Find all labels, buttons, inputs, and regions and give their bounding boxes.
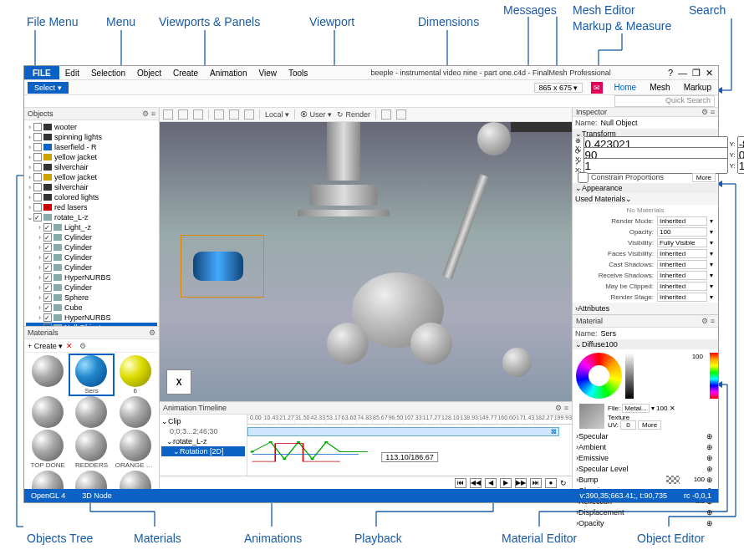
material-channel-row[interactable]: › Bump100⊕ — [573, 474, 718, 485]
menu-view[interactable]: View — [252, 69, 283, 78]
tool-icon[interactable] — [229, 109, 239, 120]
timeline-graph[interactable]: 0.0010.4321.2731.5042.3353.1763.6074.838… — [247, 415, 572, 476]
material-swatch[interactable]: REDDERS — [70, 430, 112, 469]
color-wheel[interactable] — [576, 353, 622, 399]
tab-markup[interactable]: Markup — [677, 83, 718, 92]
chevron-down-icon[interactable]: ⌄ — [625, 195, 632, 203]
tool-icon[interactable] — [381, 109, 391, 120]
step-back-button[interactable]: ◀ — [485, 478, 497, 488]
menu-create[interactable]: Create — [167, 69, 204, 78]
loop-icon[interactable]: ↻ — [560, 479, 567, 487]
menu-selection[interactable]: Selection — [85, 69, 131, 78]
gear-icon[interactable]: ⚙ — [79, 342, 86, 350]
value-slider[interactable] — [625, 353, 634, 399]
object-name[interactable]: Null Object — [601, 119, 638, 127]
menu-tools[interactable]: Tools — [283, 69, 313, 78]
gear-icon[interactable]: ⚙ — [149, 328, 155, 337]
menu-object[interactable]: Object — [131, 69, 167, 78]
tree-row[interactable]: ›Cylinder — [26, 252, 157, 262]
coord-mode-dropdown[interactable]: Local ▾ — [265, 110, 289, 119]
tree-row[interactable]: ›Cylinder — [26, 262, 157, 272]
tool-icon[interactable] — [214, 109, 224, 120]
gear-icon[interactable]: ⚙ ≡ — [142, 109, 155, 118]
record-button[interactable]: ● — [545, 478, 557, 488]
material-swatch[interactable]: Sers — [70, 355, 112, 395]
material-swatch[interactable] — [27, 396, 69, 428]
uv-input[interactable]: 0 — [620, 420, 635, 430]
tab-mesh[interactable]: Mesh — [643, 83, 676, 92]
tree-row[interactable]: ›Sphere — [26, 293, 157, 303]
play-button[interactable]: ▶ — [500, 478, 512, 488]
property-value[interactable]: Inherited — [657, 271, 707, 280]
texture-swatch[interactable] — [579, 404, 604, 429]
clip-bar[interactable]: ⊠ — [247, 427, 559, 436]
material-channel-row[interactable]: › Displacement⊕ — [573, 507, 718, 517]
create-material-button[interactable]: + Create ▾ — [28, 342, 63, 350]
material-swatch[interactable] — [70, 471, 112, 489]
viewport-3d[interactable]: X — [160, 122, 572, 401]
material-channel-row[interactable]: › Specular Level⊕ — [573, 463, 718, 474]
tool-icon[interactable] — [163, 109, 173, 120]
tool-icon[interactable] — [193, 109, 203, 120]
tab-home[interactable]: Home — [608, 83, 644, 92]
property-value[interactable]: Inherited — [657, 216, 707, 226]
search-input[interactable]: Quick Search — [614, 95, 715, 107]
select-mode-button[interactable]: Select ▾ — [28, 82, 69, 94]
render-button[interactable]: ↻ Render — [337, 110, 370, 119]
property-value[interactable]: Inherited — [657, 249, 707, 258]
minimize-button[interactable]: — — [678, 68, 687, 79]
tree-row[interactable]: ›Cube — [26, 303, 157, 313]
property-value[interactable]: Inherited — [657, 293, 707, 302]
tree-row[interactable]: ›Light_-z — [26, 222, 157, 232]
property-value[interactable]: Fully Visible — [657, 238, 707, 247]
material-swatch[interactable] — [115, 471, 156, 489]
file-menu-button[interactable]: FILE — [24, 66, 59, 79]
gear-icon[interactable]: ⚙ ≡ — [701, 108, 715, 116]
appearance-section[interactable]: Appearance — [573, 183, 718, 193]
delete-material-button[interactable]: ✕ — [66, 342, 73, 350]
scale-y-input[interactable] — [737, 158, 744, 174]
maximize-button[interactable]: ❐ — [692, 68, 701, 79]
diffuse-section[interactable]: Diffuse 100 — [573, 339, 718, 349]
dimensions-dropdown[interactable]: 865 x 675 ▾ — [534, 83, 582, 93]
scale-x-input[interactable] — [583, 158, 728, 174]
material-channel-row[interactable]: › Ambient⊕ — [573, 441, 718, 452]
tree-row[interactable]: ›Cylinder — [26, 283, 157, 293]
gear-icon[interactable]: ⚙ ≡ — [701, 317, 715, 325]
tree-row[interactable]: ›yellow jacket — [26, 172, 157, 182]
more-button[interactable]: More — [692, 173, 716, 182]
attributes-section[interactable]: Attributes — [578, 304, 609, 313]
tool-icon[interactable] — [178, 109, 188, 120]
tree-row[interactable]: ›silverchair — [26, 182, 157, 192]
gear-icon[interactable]: ⚙ ≡ — [555, 404, 568, 412]
color-value[interactable]: 100 — [637, 353, 703, 360]
property-value[interactable]: 100 — [657, 227, 707, 237]
tree-row[interactable]: ⌄rotate_L-z — [26, 212, 157, 222]
skip-start-button[interactable]: ⏮ — [455, 478, 466, 488]
tree-row[interactable]: ›Cylinder — [26, 232, 157, 242]
constrain-checkbox[interactable] — [578, 172, 589, 183]
menu-animation[interactable]: Animation — [204, 69, 252, 78]
texture-file-input[interactable]: Metal... — [622, 404, 649, 413]
property-value[interactable]: Inherited — [657, 260, 707, 269]
tree-row[interactable]: ›colored lights — [26, 192, 157, 202]
tree-row[interactable]: ›laserfield - R — [26, 142, 157, 152]
help-button[interactable]: ? — [668, 68, 673, 79]
material-channel-row[interactable]: › Specular⊕ — [573, 430, 718, 441]
tree-row[interactable]: ›Cylinder — [26, 242, 157, 252]
tree-row[interactable]: ›yellow jacket — [26, 152, 157, 162]
timeline-tree[interactable]: ⌄ Clip 0;0;3...2;46;30 ⌄ rotate_L-z ⌄ Ro… — [160, 415, 247, 476]
rewind-button[interactable]: ◀◀ — [470, 478, 482, 488]
material-channel-row[interactable]: › Emissive⊕ — [573, 452, 718, 463]
camera-dropdown[interactable]: ⦿ User ▾ — [300, 110, 332, 119]
diffuse-value[interactable]: 100 — [605, 340, 618, 349]
messages-icon[interactable]: ✉ — [591, 82, 603, 94]
tree-row[interactable]: ›silverchair — [26, 162, 157, 172]
objects-tree[interactable]: ›wooter›spinning lights›laserfield - R›y… — [24, 120, 159, 326]
tool-icon[interactable] — [244, 109, 254, 120]
view-cube[interactable]: X — [166, 369, 191, 395]
material-swatch[interactable] — [70, 396, 112, 428]
skip-end-button[interactable]: ⏭ — [530, 478, 542, 488]
tree-row[interactable]: ›red lasers — [26, 202, 157, 212]
material-swatch[interactable]: 6 — [115, 355, 156, 395]
